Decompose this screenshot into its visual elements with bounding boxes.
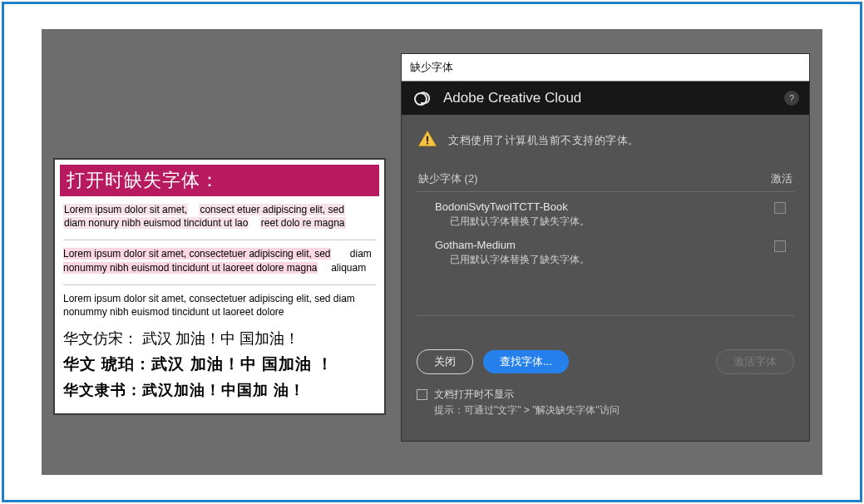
dialog-brand-bar: Adobe Creative Cloud ? xyxy=(402,82,809,115)
cn-row-fangsong: 华文仿宋： 武汉 加油！中 国加油！ xyxy=(63,329,376,348)
dialog-body: 文档使用了计算机当前不支持的字体。 缺少字体 (2) 激活 BodoniSvty… xyxy=(402,115,809,441)
workspace-area: 打开时缺失字体： Lorem ipsum dolor sit amet, con… xyxy=(42,29,822,475)
list-header-left: 缺少字体 (2) xyxy=(418,171,478,186)
document-heading: 打开时缺失字体： xyxy=(60,165,379,196)
activate-fonts-button: 激活字体 xyxy=(716,349,794,374)
chinese-font-rows: 华文仿宋： 武汉 加油！中 国加油！ 华文 琥珀：武汉 加油！中 国加油 ！ 华… xyxy=(63,329,376,400)
button-row: 关闭 查找字体... 激活字体 xyxy=(417,349,794,388)
divider xyxy=(63,240,376,240)
font-list-header: 缺少字体 (2) 激活 xyxy=(417,171,794,186)
svg-rect-2 xyxy=(427,142,428,144)
list-header-right: 激活 xyxy=(771,171,792,186)
activate-checkbox[interactable] xyxy=(774,202,786,214)
paragraph-3: Lorem ipsum dolor sit amet, consectetuer… xyxy=(63,292,376,319)
dont-show-checkbox[interactable] xyxy=(417,389,427,400)
font-item: BodoniSvtyTwoITCTT-Book 已用默认字体替换了缺失字体。 xyxy=(417,197,794,235)
cn-row-hupo: 华文 琥珀：武汉 加油！中 国加油 ！ xyxy=(63,353,376,375)
svg-rect-1 xyxy=(427,136,428,142)
checkbox-label: 文档打开时不显示 xyxy=(434,388,620,402)
dialog-title: 缺少字体 xyxy=(402,54,809,82)
warning-icon xyxy=(417,128,438,153)
hint-text: 提示：可通过"文字" > "解决缺失字体"访问 xyxy=(434,403,620,418)
font-name: Gotham-Medium xyxy=(435,239,789,251)
outer-frame: 打开时缺失字体： Lorem ipsum dolor sit amet, con… xyxy=(2,2,862,502)
cn-row-lishu: 华文隶书：武汉加油！中国加 油！ xyxy=(63,380,376,400)
activate-checkbox[interactable] xyxy=(774,240,786,252)
close-button[interactable]: 关闭 xyxy=(417,349,473,374)
creative-cloud-icon xyxy=(413,88,433,108)
font-list: BodoniSvtyTwoITCTT-Book 已用默认字体替换了缺失字体。 G… xyxy=(417,191,794,316)
help-icon[interactable]: ? xyxy=(784,91,799,106)
paragraph-2: Lorem ipsum dolor sit amet, consectetuer… xyxy=(63,247,376,274)
font-item: Gotham-Medium 已用默认字体替换了缺失字体。 xyxy=(417,235,794,274)
document-preview: 打开时缺失字体： Lorem ipsum dolor sit amet, con… xyxy=(53,158,386,415)
paragraph-1: Lorem ipsum dolor sit amet, consect etue… xyxy=(63,203,376,230)
warning-row: 文档使用了计算机当前不支持的字体。 xyxy=(417,128,794,153)
font-note: 已用默认字体替换了缺失字体。 xyxy=(450,253,789,267)
footer-row: 文档打开时不显示 提示：可通过"文字" > "解决缺失字体"访问 xyxy=(417,388,794,429)
font-name: BodoniSvtyTwoITCTT-Book xyxy=(435,200,789,213)
brand-text: Adobe Creative Cloud xyxy=(443,90,581,106)
find-fonts-button[interactable]: 查找字体... xyxy=(483,350,569,373)
font-note: 已用默认字体替换了缺失字体。 xyxy=(450,215,789,229)
divider xyxy=(63,284,376,285)
footer-text: 文档打开时不显示 提示：可通过"文字" > "解决缺失字体"访问 xyxy=(434,388,620,418)
warning-text: 文档使用了计算机当前不支持的字体。 xyxy=(448,133,639,148)
missing-fonts-dialog: 缺少字体 Adobe Creative Cloud ? xyxy=(402,54,809,441)
